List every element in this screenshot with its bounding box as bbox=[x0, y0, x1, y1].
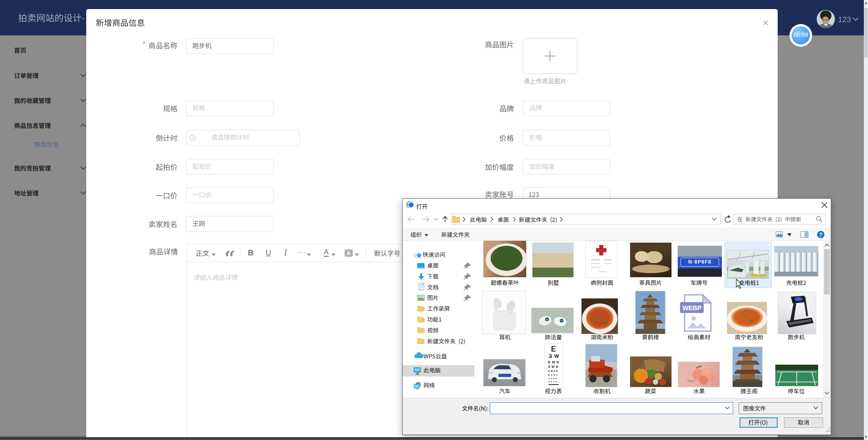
svg-text:E: E bbox=[548, 360, 551, 364]
svg-text:E: E bbox=[551, 345, 556, 353]
svg-text:E: E bbox=[548, 370, 550, 372]
svg-text:E: E bbox=[549, 378, 550, 380]
svg-text:W: W bbox=[548, 374, 550, 376]
svg-text:E: E bbox=[551, 374, 552, 376]
svg-text:M: M bbox=[551, 370, 552, 372]
svg-text:E: E bbox=[557, 374, 558, 376]
svg-text:E: E bbox=[556, 370, 558, 372]
svg-text:E: E bbox=[551, 381, 552, 383]
svg-text:M: M bbox=[556, 378, 557, 380]
svg-text:Ǝ: Ǝ bbox=[548, 353, 552, 359]
svg-text:M: M bbox=[553, 374, 555, 376]
svg-text:Ǝ: Ǝ bbox=[556, 360, 558, 364]
svg-text:Ǝ: Ǝ bbox=[553, 381, 554, 383]
svg-text:E: E bbox=[556, 365, 558, 368]
svg-text:M: M bbox=[552, 360, 555, 364]
svg-text:Ǝ: Ǝ bbox=[548, 365, 550, 368]
svg-text:W: W bbox=[552, 365, 555, 368]
svg-text:W: W bbox=[553, 378, 555, 380]
svg-text:WEBP: WEBP bbox=[682, 304, 701, 312]
svg-text:Ǝ: Ǝ bbox=[551, 378, 552, 380]
svg-text:W: W bbox=[554, 353, 559, 359]
svg-text:Ǝ: Ǝ bbox=[553, 370, 555, 372]
svg-text:M: M bbox=[549, 381, 550, 383]
svg-text:W: W bbox=[556, 381, 557, 383]
